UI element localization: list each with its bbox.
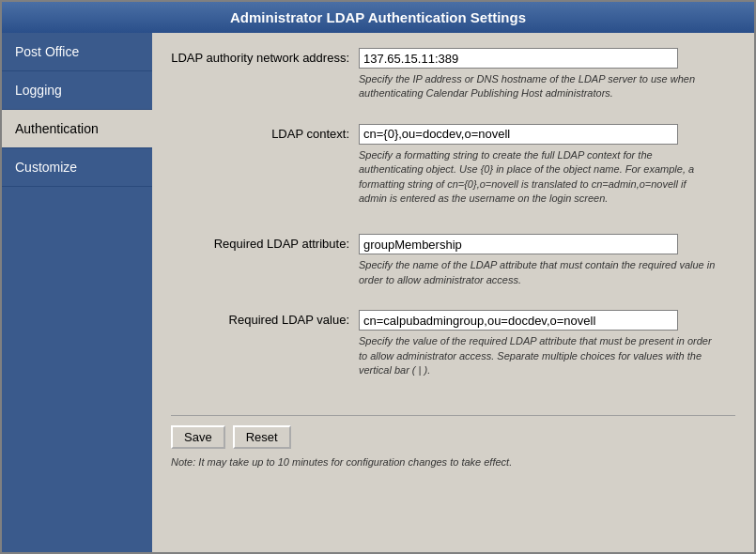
sidebar-item-post-office[interactable]: Post Office	[2, 33, 152, 71]
ldap-address-input[interactable]	[359, 48, 678, 69]
sidebar-item-authentication[interactable]: Authentication	[2, 110, 152, 148]
required-value-input[interactable]	[359, 310, 678, 331]
ldap-context-label: LDAP context:	[171, 124, 359, 141]
ldap-address-field-group: Specify the IP address or DNS hostname o…	[359, 48, 735, 101]
ldap-address-hint: Specify the IP address or DNS hostname o…	[359, 72, 716, 101]
required-attr-label: Required LDAP attribute:	[171, 234, 359, 251]
page-title: Administrator LDAP Authentication Settin…	[230, 9, 526, 25]
ldap-context-hint: Specify a formatting string to create th…	[359, 148, 716, 207]
sidebar-item-customize[interactable]: Customize	[2, 148, 152, 187]
button-row: Save Reset	[171, 415, 735, 449]
required-attr-input[interactable]	[359, 234, 678, 254]
ldap-address-row: LDAP authority network address: Specify …	[171, 48, 735, 101]
required-value-field-group: Specify the value of the required LDAP a…	[359, 310, 735, 377]
ldap-context-row: LDAP context: Specify a formatting strin…	[171, 124, 735, 207]
save-button[interactable]: Save	[171, 425, 225, 449]
content-area: LDAP authority network address: Specify …	[152, 33, 754, 552]
required-value-hint: Specify the value of the required LDAP a…	[359, 334, 716, 377]
ldap-context-field-group: Specify a formatting string to create th…	[359, 124, 735, 207]
ldap-address-label: LDAP authority network address:	[171, 48, 359, 65]
sidebar-item-logging[interactable]: Logging	[2, 71, 152, 110]
required-attr-field-group: Specify the name of the LDAP attribute t…	[359, 234, 735, 287]
ldap-context-input[interactable]	[359, 124, 678, 145]
required-attr-hint: Specify the name of the LDAP attribute t…	[359, 258, 716, 287]
required-value-row: Required LDAP value: Specify the value o…	[171, 310, 735, 377]
reset-button[interactable]: Reset	[233, 425, 291, 449]
footer-note: Note: It may take up to 10 minutes for c…	[171, 456, 735, 468]
title-bar: Administrator LDAP Authentication Settin…	[2, 2, 754, 33]
sidebar: Post Office Logging Authentication Custo…	[2, 33, 152, 552]
main-area: Post Office Logging Authentication Custo…	[2, 33, 754, 552]
required-attr-row: Required LDAP attribute: Specify the nam…	[171, 234, 735, 287]
required-value-label: Required LDAP value:	[171, 310, 359, 327]
main-window: Administrator LDAP Authentication Settin…	[0, 0, 756, 554]
